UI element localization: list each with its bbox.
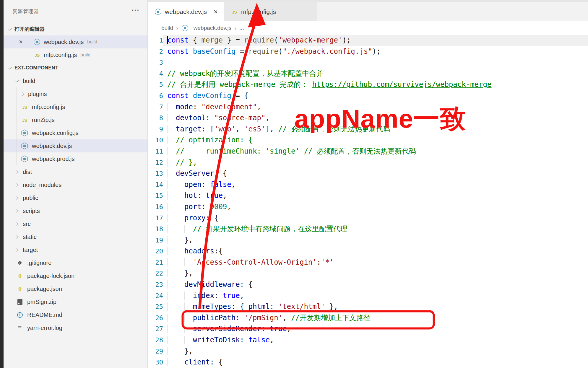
code-line[interactable]: 'Access-Control-Allow-Origin':'*' bbox=[163, 257, 588, 268]
tree-file-webpack-prod-js[interactable]: webpack.prod.js bbox=[4, 152, 147, 165]
code-line[interactable]: // 如果开发环境中有跨域问题，在这里配置代理 bbox=[163, 224, 588, 235]
code-editor[interactable]: 1const { merge } = require('webpack-merg… bbox=[148, 35, 588, 368]
tree-folder-node-modules[interactable]: node_modules bbox=[4, 178, 147, 191]
file-label: package.json bbox=[27, 286, 62, 292]
js-icon: JS bbox=[20, 118, 30, 123]
close-icon[interactable]: × bbox=[19, 39, 32, 45]
code-line[interactable]: // }, bbox=[163, 157, 588, 168]
chevron-right-icon bbox=[15, 196, 19, 200]
code-row-22: 22 }, bbox=[148, 268, 588, 279]
code-line[interactable]: open: false, bbox=[163, 179, 588, 190]
code-line[interactable]: devtool: "source-map", bbox=[163, 113, 588, 124]
breadcrumb-item-webpack-dev-js[interactable]: webpack.dev.js bbox=[194, 25, 232, 31]
tree-file-pmsign-zip[interactable]: pmSign.zip bbox=[4, 295, 147, 308]
breadcrumb-item-build[interactable]: build bbox=[161, 25, 173, 31]
tree-file-yarn-error-log[interactable]: ≡yarn-error.log bbox=[4, 321, 147, 334]
file-label: scripts bbox=[23, 208, 40, 214]
code-line[interactable]: const baseConfig = require("./webpack.co… bbox=[163, 46, 588, 57]
code-row-25: 25 mimeTypes: { phtml: 'text/html' }, bbox=[148, 301, 588, 312]
code-line[interactable]: // optimization: { bbox=[163, 135, 588, 146]
code-line[interactable]: target: ['web', 'es5'], // 必须配置，否则无法热更新代… bbox=[163, 124, 588, 135]
code-line[interactable]: }, bbox=[163, 346, 588, 357]
tree-file-runzip-js[interactable]: JSrunZip.js bbox=[4, 113, 147, 126]
tree-file-readme-md[interactable]: iREADME.md bbox=[4, 308, 147, 321]
line-number: 2 bbox=[148, 46, 163, 57]
tree-file-package-json[interactable]: {}package.json bbox=[4, 282, 147, 295]
code-line[interactable]: publicPath: '/pmSign', //开发期增加上下文路径 bbox=[163, 312, 588, 324]
more-actions-icon[interactable]: ··· bbox=[131, 7, 140, 14]
file-label: yarn-error.log bbox=[27, 325, 62, 331]
code-line[interactable]: const devConfig = { bbox=[163, 90, 588, 102]
code-row-16: 16 port: 9009, bbox=[148, 201, 588, 213]
code-line[interactable]: headers:{ bbox=[163, 246, 588, 257]
tree-folder-dist[interactable]: dist bbox=[4, 165, 147, 178]
tree-folder-plugins[interactable]: plugins bbox=[4, 87, 147, 100]
code-line[interactable]: // 合并是利用 webpack-merge 完成的： https://gith… bbox=[163, 79, 588, 90]
line-number: 12 bbox=[148, 157, 163, 168]
code-line[interactable]: }, bbox=[163, 268, 588, 279]
tree-file-package-lock-json[interactable]: {}package-lock.json bbox=[4, 269, 147, 282]
git-icon bbox=[15, 259, 25, 266]
tab-mfp-config-js[interactable]: JSmfp.config.js bbox=[224, 2, 317, 21]
code-line[interactable]: proxy: { bbox=[163, 213, 588, 224]
file-label: build bbox=[23, 78, 35, 84]
line-number: 30 bbox=[148, 357, 163, 368]
line-number: 6 bbox=[148, 90, 163, 102]
code-line[interactable]: // runtimeChunk: 'single' // 必须配置，否则无法热更… bbox=[163, 146, 588, 157]
open-editor-item-mfp-config-js[interactable]: JSmfp.config.jsbuild bbox=[4, 48, 147, 61]
tree-folder-scripts[interactable]: scripts bbox=[4, 204, 147, 217]
code-line[interactable]: devServer: { bbox=[163, 168, 588, 179]
line-number: 9 bbox=[148, 124, 163, 135]
code-line[interactable]: const { merge } = require('webpack-merge… bbox=[163, 35, 588, 46]
code-line[interactable]: devMiddleware: { bbox=[163, 279, 588, 290]
code-line[interactable]: index: true, bbox=[163, 290, 588, 302]
tree-file-webpack-config-js[interactable]: webpack.config.js bbox=[4, 126, 147, 139]
line-number: 5 bbox=[148, 79, 163, 90]
webpack-icon bbox=[20, 155, 30, 163]
tree-folder-public[interactable]: public bbox=[4, 191, 147, 204]
explorer-title-label: 资源管理器 bbox=[12, 8, 39, 15]
line-number: 24 bbox=[148, 290, 163, 302]
code-line[interactable]: mimeTypes: { phtml: 'text/html' }, bbox=[163, 301, 588, 312]
code-row-29: 29 }, bbox=[148, 346, 588, 357]
tree-folder-build[interactable]: build bbox=[4, 74, 147, 87]
line-number: 29 bbox=[148, 346, 163, 357]
file-detail: build bbox=[87, 39, 97, 45]
file-label: webpack.dev.js bbox=[44, 39, 84, 45]
chevron-right-icon bbox=[20, 92, 24, 96]
line-number: 11 bbox=[148, 146, 163, 157]
tree-file-mfp-config-js[interactable]: JSmfp.config.js bbox=[4, 100, 147, 113]
tree-folder-target[interactable]: target bbox=[4, 243, 147, 256]
file-label: runZip.js bbox=[32, 117, 55, 123]
tree-file-webpack-dev-js[interactable]: webpack.dev.js bbox=[4, 139, 147, 152]
code-line[interactable]: mode: "development", bbox=[163, 102, 588, 113]
tree-file-gitignore[interactable]: .gitignore bbox=[4, 256, 147, 269]
close-icon[interactable]: × bbox=[208, 8, 218, 15]
file-label: plugins bbox=[28, 91, 47, 97]
activity-bar-strip bbox=[0, 0, 4, 368]
breadcrumb-item-item[interactable]: ... bbox=[239, 25, 244, 31]
code-line[interactable]: port: 9009, bbox=[163, 201, 588, 213]
tree-folder-src[interactable]: src bbox=[4, 217, 147, 230]
code-line[interactable]: }, bbox=[163, 235, 588, 246]
tree-folder-static[interactable]: static bbox=[4, 230, 147, 243]
chevron-right-icon bbox=[15, 235, 19, 239]
code-row-28: 28 writeToDisk: false, bbox=[148, 335, 588, 346]
code-line[interactable]: writeToDisk: false, bbox=[163, 335, 588, 346]
open-editors-header[interactable]: 打开的编辑器 bbox=[4, 22, 147, 35]
code-line[interactable] bbox=[163, 57, 588, 68]
code-line[interactable]: // webpack的开发环境配置，从基本配置中合并 bbox=[163, 68, 588, 79]
file-label: src bbox=[23, 221, 31, 227]
project-section-header[interactable]: EXT-COMPONENT bbox=[4, 61, 147, 74]
line-number: 14 bbox=[148, 179, 163, 190]
tab-webpack-dev-js[interactable]: webpack.dev.js× bbox=[148, 2, 224, 21]
line-number: 13 bbox=[148, 168, 163, 179]
code-line[interactable]: serverSideRender: true, bbox=[163, 323, 588, 335]
js-icon: JS bbox=[230, 9, 239, 14]
open-editor-item-webpack-dev-js[interactable]: ×webpack.dev.jsbuild bbox=[4, 35, 147, 48]
editor-tab-strip: webpack.dev.js×JSmfp.config.js bbox=[148, 0, 588, 21]
code-line[interactable]: hot: true, bbox=[163, 190, 588, 201]
chevron-down-icon bbox=[15, 79, 19, 82]
code-line[interactable]: client: { bbox=[163, 357, 588, 368]
line-number: 17 bbox=[148, 213, 163, 224]
